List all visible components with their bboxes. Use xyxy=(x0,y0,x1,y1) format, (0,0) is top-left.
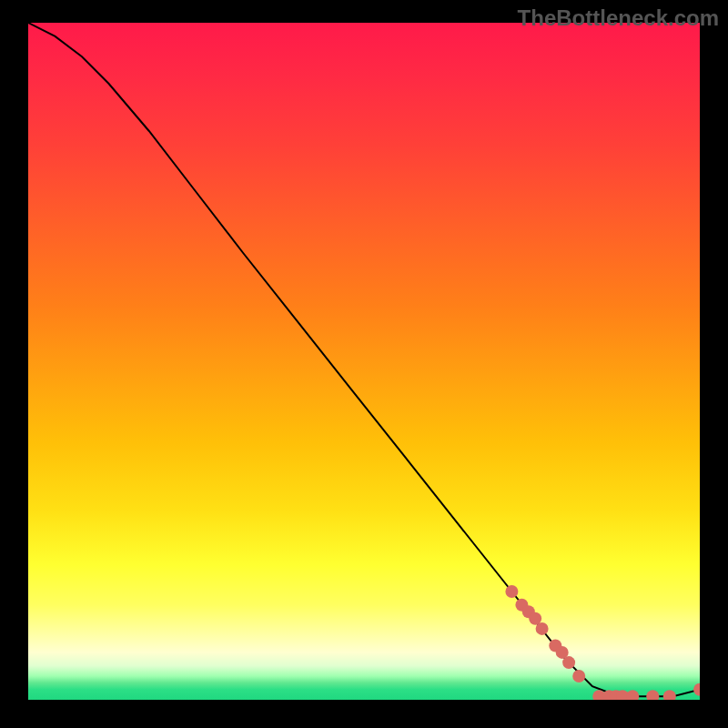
data-marker xyxy=(626,690,639,700)
bottleneck-curve xyxy=(28,23,700,696)
data-marker xyxy=(663,690,676,700)
data-marker xyxy=(572,670,585,682)
data-markers xyxy=(505,585,700,700)
data-marker xyxy=(505,585,518,598)
chart-svg xyxy=(28,23,700,700)
plot-area xyxy=(28,23,700,700)
data-marker xyxy=(646,690,659,700)
data-marker xyxy=(562,656,575,669)
watermark-text: TheBottleneck.com xyxy=(518,5,719,31)
data-marker xyxy=(536,622,549,635)
data-marker xyxy=(693,683,700,696)
